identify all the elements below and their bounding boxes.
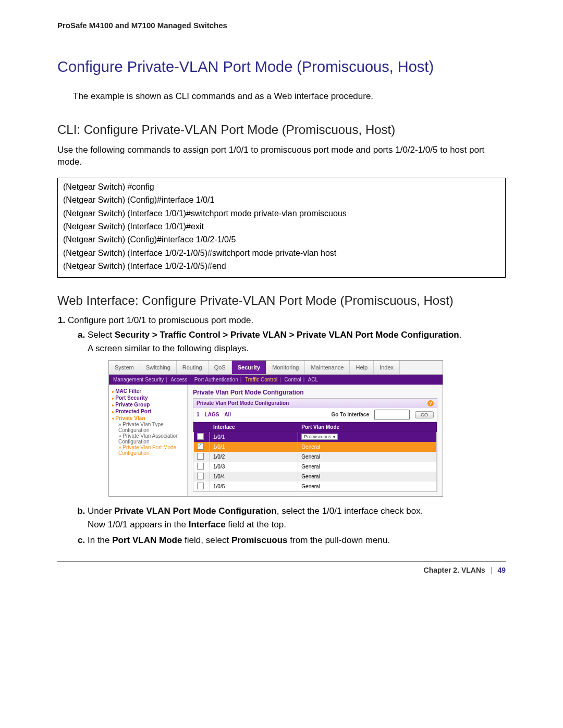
toolbar-1[interactable]: 1 bbox=[197, 412, 200, 417]
sidebar: MAC Filter Port Security Private Group P… bbox=[109, 385, 188, 496]
step-1b-bold: Private VLAN Port Mode Configuration bbox=[114, 506, 277, 516]
subtab-portauth[interactable]: Port Authentication bbox=[194, 377, 238, 382]
tab-index[interactable]: Index bbox=[374, 361, 400, 374]
row-check[interactable] bbox=[197, 473, 204, 479]
edit-iface: 1/0/1 bbox=[210, 431, 298, 442]
sidebar-item-pvt-label: Private Vlan Type Configuration bbox=[118, 422, 164, 433]
subtab-access[interactable]: Access bbox=[170, 377, 187, 382]
row-mode: General bbox=[298, 442, 437, 452]
sidebar-item-pvpm-label: Private Vlan Port Mode Configuration bbox=[118, 445, 176, 456]
cli-prompt: (Netgear Switch) bbox=[63, 261, 127, 274]
sidebar-item-pp[interactable]: Protected Port bbox=[112, 408, 185, 415]
cli-cmd: (Config)#interface 1/0/1 bbox=[127, 194, 349, 207]
row-mode: General bbox=[298, 472, 437, 482]
subtab-mgmtsec[interactable]: Management Security bbox=[113, 377, 164, 382]
row-mode: General bbox=[298, 462, 437, 472]
step-1c-b1: Port VLAN Mode bbox=[112, 535, 182, 545]
sidebar-item-pva-label: Private Vlan Association Configuration bbox=[118, 433, 179, 445]
cli-prompt: (Netgear Switch) bbox=[63, 248, 127, 261]
chevron-down-icon: ▾ bbox=[333, 435, 335, 439]
panel-title: Private Vlan Port Mode Configuration bbox=[197, 400, 289, 406]
sidebar-item-pvpm[interactable]: » Private Vlan Port Mode Configuration bbox=[112, 445, 185, 456]
row-mode: General bbox=[298, 482, 437, 491]
sidebar-item-portsec[interactable]: Port Security bbox=[112, 394, 185, 401]
step-1b-after-pre: Now 1/0/1 appears in the bbox=[88, 520, 189, 529]
footer-sep: | bbox=[491, 566, 493, 574]
step-1a-after: A screen similar to the following displa… bbox=[88, 343, 506, 354]
step-1b-pre: Under bbox=[88, 506, 114, 516]
row-iface: 1/0/1 bbox=[210, 442, 298, 452]
cli-cmd: (Interface 1/0/2-1/0/5)#switchport mode … bbox=[127, 248, 349, 261]
tab-qos[interactable]: QoS bbox=[209, 361, 232, 374]
sidebar-item-pvt[interactable]: » Private Vlan Type Configuration bbox=[112, 422, 185, 433]
tab-switching[interactable]: Switching bbox=[140, 361, 177, 374]
step-1b-after-bold: Interface bbox=[189, 520, 226, 529]
col-check[interactable] bbox=[194, 422, 210, 431]
cli-cmd: (Interface 1/0/2-1/0/5)#end bbox=[127, 261, 349, 274]
row-iface: 1/0/2 bbox=[210, 452, 298, 462]
row-check[interactable] bbox=[197, 483, 204, 489]
col-mode: Port Vlan Mode bbox=[298, 422, 437, 431]
step-1-text: Configure port 1/0/1 to promiscuous port… bbox=[68, 315, 253, 325]
step-1c-post: from the pull-down menu. bbox=[288, 535, 390, 545]
cli-prompt: (Netgear Switch) bbox=[63, 208, 127, 221]
tab-maintenance[interactable]: Maintenance bbox=[305, 361, 350, 374]
tab-security[interactable]: Security bbox=[232, 361, 266, 374]
tab-system[interactable]: System bbox=[109, 361, 140, 374]
step-1a-suf: . bbox=[459, 330, 462, 340]
step-1c-pre: In the bbox=[88, 535, 112, 545]
toolbar-all[interactable]: All bbox=[224, 412, 231, 417]
row-check[interactable] bbox=[197, 463, 204, 470]
page-title: Configure Private-VLAN Port Mode (Promis… bbox=[57, 58, 506, 76]
tab-routing[interactable]: Routing bbox=[177, 361, 209, 374]
step-1b-after: Now 1/0/1 appears in the Interface field… bbox=[88, 520, 506, 530]
row-iface: 1/0/5 bbox=[210, 482, 298, 491]
footer-page: 49 bbox=[497, 566, 506, 574]
panel-page-title: Private Vlan Port Mode Configuration bbox=[193, 389, 437, 396]
toolbar-lags[interactable]: LAGS bbox=[205, 412, 219, 417]
edit-check[interactable] bbox=[197, 433, 204, 440]
cli-cmd: #config bbox=[127, 181, 349, 194]
step-1: Configure port 1/0/1 to promiscuous port… bbox=[68, 315, 506, 546]
cli-prompt: (Netgear Switch) bbox=[63, 234, 127, 247]
subtab-control[interactable]: Control bbox=[285, 377, 301, 382]
subtab-traffic[interactable]: Traffic Control bbox=[245, 377, 277, 382]
web-screenshot: System Switching Routing QoS Security Mo… bbox=[108, 360, 443, 497]
cli-intro: Use the following commands to assign por… bbox=[57, 144, 506, 168]
step-1c-b2: Promiscuous bbox=[231, 535, 288, 545]
cli-heading: CLI: Configure Private-VLAN Port Mode (P… bbox=[57, 122, 506, 137]
row-check[interactable] bbox=[197, 443, 204, 450]
top-tabs: System Switching Routing QoS Security Mo… bbox=[109, 361, 443, 375]
web-heading: Web Interface: Configure Private-VLAN Po… bbox=[57, 293, 506, 308]
go-label: Go To Interface bbox=[331, 412, 369, 417]
help-icon[interactable]: ? bbox=[427, 400, 434, 406]
mode-select[interactable]: Promiscuous ▾ bbox=[301, 434, 338, 440]
sidebar-item-pva[interactable]: » Private Vlan Association Configuration bbox=[112, 433, 185, 445]
row-check[interactable] bbox=[197, 453, 204, 460]
row-iface: 1/0/4 bbox=[210, 472, 298, 482]
step-1a: Select Security > Traffic Control > Priv… bbox=[88, 330, 506, 497]
step-1a-pre: Select bbox=[88, 330, 115, 340]
col-interface: Interface bbox=[210, 422, 298, 431]
step-1c-mid: field, select bbox=[182, 535, 231, 545]
sub-tabs: Management Security| Access| Port Authen… bbox=[109, 375, 443, 385]
sidebar-item-pv[interactable]: Private Vlan bbox=[112, 415, 185, 422]
subtab-acl[interactable]: ACL bbox=[308, 377, 318, 382]
tab-help[interactable]: Help bbox=[350, 361, 374, 374]
intro-text: The example is shown as CLI commands and… bbox=[73, 91, 506, 102]
mode-select-value: Promiscuous bbox=[304, 434, 331, 439]
step-1a-bold: Security > Traffic Control > Private VLA… bbox=[115, 330, 459, 340]
sidebar-item-mac[interactable]: MAC Filter bbox=[112, 388, 185, 394]
row-iface: 1/0/3 bbox=[210, 462, 298, 472]
cli-prompt: (Netgear Switch) bbox=[63, 194, 127, 207]
go-button[interactable]: GO bbox=[415, 411, 434, 418]
tab-monitoring[interactable]: Monitoring bbox=[266, 361, 305, 374]
step-1b-after-post: field at the top. bbox=[226, 520, 286, 529]
row-mode: General bbox=[298, 452, 437, 462]
go-input[interactable] bbox=[374, 410, 410, 420]
step-1c: In the Port VLAN Mode field, select Prom… bbox=[88, 535, 506, 546]
doc-header: ProSafe M4100 and M7100 Managed Switches bbox=[57, 21, 506, 30]
sidebar-item-pg[interactable]: Private Group bbox=[112, 401, 185, 408]
cli-prompt: (Netgear Switch) bbox=[63, 221, 127, 234]
page-footer: Chapter 2. VLANs | 49 bbox=[57, 562, 506, 574]
